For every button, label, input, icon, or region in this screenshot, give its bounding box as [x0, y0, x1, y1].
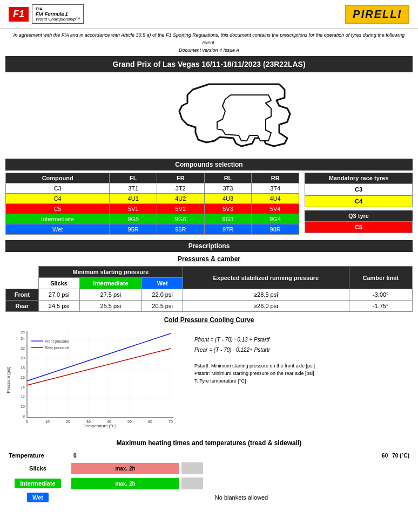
- svg-text:22: 22: [21, 346, 25, 350]
- track-map: [0, 76, 418, 156]
- front-camber: -3.00°: [349, 289, 412, 301]
- formula-front: Pfront = (T - 70) · 0.13 + Pstartf: [194, 337, 413, 343]
- svg-line-38: [27, 349, 171, 385]
- rear-slicks-pressure: 24.5 psi: [38, 301, 79, 312]
- desc-T: T: Tyre temperature [°C]: [194, 378, 413, 384]
- pressures-section: Pressures & camber Minimum starting pres…: [5, 255, 413, 312]
- temp-col-label: Temperature: [5, 450, 70, 461]
- col-fl: FL: [110, 173, 157, 183]
- wet-heat-row: Wet No blankets allowed: [5, 491, 413, 504]
- inter-subheader: Intermediate: [79, 278, 142, 289]
- wet-subheader: Wet: [142, 278, 183, 289]
- slicks-heat-grey: [181, 462, 203, 474]
- table-row: C5 5V15V25V35V4: [6, 204, 299, 214]
- svg-text:Front pressure: Front pressure: [45, 339, 70, 344]
- front-inter-pressure: 27.5 psi: [79, 289, 142, 301]
- svg-text:60: 60: [148, 420, 152, 424]
- compounds-section: Compounds selection Compound FL FR RL RR…: [5, 159, 413, 237]
- slicks-heat-row: Slicks max. 2h: [5, 461, 413, 476]
- svg-text:10: 10: [45, 420, 50, 424]
- f1-fia-logo: F1 FIA FIA Formula 1 World Championship™: [9, 4, 84, 24]
- svg-text:20: 20: [66, 420, 70, 424]
- heating-section: Maximum heating times and temperatures (…: [5, 439, 413, 504]
- svg-text:30: 30: [86, 420, 91, 424]
- svg-text:12: 12: [21, 395, 25, 399]
- compound-c4: C4: [6, 194, 110, 204]
- front-row: Front 27.0 psi 27.5 psi 22.0 psi ≥28.5 p…: [6, 289, 413, 301]
- chart-layout: Pressure [psi] Temperature [°C] 8 10 12 …: [5, 326, 413, 435]
- doc-version: Document version 4 Issue A: [0, 47, 418, 56]
- rear-camber: -1.75°: [349, 301, 412, 312]
- svg-text:16: 16: [21, 376, 25, 379]
- temp-scale-header: 0 60 70 (°C): [70, 450, 413, 461]
- chart-title: Cold Pressure Cooling Curve: [5, 316, 413, 324]
- inter-heat-label: Intermediate: [5, 476, 70, 491]
- svg-text:20: 20: [21, 356, 25, 360]
- svg-text:10: 10: [21, 405, 25, 408]
- mandatory-title: Mandatory race tyres: [305, 173, 413, 183]
- table-row: Intermediate 9G59G69G39G4: [6, 214, 299, 224]
- col-compound: Compound: [6, 173, 110, 183]
- q3-title: Q3 tyre: [305, 210, 413, 221]
- chart-formulas: Pfront = (T - 70) · 0.13 + Pstartf Prear…: [194, 326, 413, 435]
- svg-text:24: 24: [21, 337, 25, 340]
- compound-c5: C5: [6, 204, 110, 214]
- pressures-title: Pressures & camber: [5, 255, 413, 263]
- min-pressure-header: Minimum starting pressure: [38, 267, 183, 278]
- legal-text: In agreement with the FIA and in accorda…: [0, 29, 418, 47]
- temp-70: 70 (°C): [392, 453, 409, 459]
- camber-header: Camber limit: [349, 267, 412, 289]
- compound-c3: C3: [6, 183, 110, 194]
- q3-c5: C5: [305, 221, 413, 233]
- compounds-table: Compound FL FR RL RR C3 3T13T23T33T4 C4 …: [5, 173, 299, 235]
- formula-rear: Prear = (T - 70) · 0.122+ Pstartr: [194, 347, 413, 353]
- col-rl: RL: [204, 173, 252, 183]
- wet-heat-label: Wet: [5, 491, 70, 504]
- compound-wet: Wet: [6, 224, 110, 235]
- rear-expected-pressure: ≥26.0 psi: [183, 301, 349, 312]
- compound-inter: Intermediate: [6, 214, 110, 224]
- prescriptions-header: Prescriptions: [5, 240, 413, 252]
- compounds-layout: Compound FL FR RL RR C3 3T13T23T33T4 C4 …: [5, 170, 413, 237]
- col-fr: FR: [157, 173, 205, 183]
- page-header: F1 FIA FIA Formula 1 World Championship™…: [0, 0, 418, 29]
- front-expected-pressure: ≥28.5 psi: [183, 289, 349, 301]
- expected-header: Expected stabilized running pressure: [183, 267, 349, 289]
- svg-text:40: 40: [107, 420, 111, 424]
- event-title: Grand Prix of Las Vegas 16/11-18/11/2023…: [5, 56, 413, 72]
- compounds-header: Compounds selection: [5, 159, 413, 170]
- svg-text:Temperature [°C]: Temperature [°C]: [84, 424, 117, 428]
- heating-table: Temperature 0 60 70 (°C) Slicks max. 2h: [5, 450, 413, 504]
- desc-pstartf: Pstartf: Minimum starting pressure on th…: [194, 363, 413, 369]
- mandatory-c4: C4: [305, 195, 413, 207]
- temp-60: 60: [79, 453, 390, 459]
- svg-text:26: 26: [21, 330, 25, 334]
- col-rr: RR: [252, 173, 299, 183]
- rear-row: Rear 24.5 psi 25.5 psi 20.5 psi ≥26.0 ps…: [6, 301, 413, 312]
- table-row: Wet 95R96R97R98R: [6, 224, 299, 235]
- f1-badge: F1: [9, 7, 29, 22]
- heating-header: Temperature 0 60 70 (°C): [5, 450, 413, 461]
- pressures-table: Minimum starting pressure Expected stabi…: [5, 266, 413, 312]
- svg-text:8: 8: [23, 414, 25, 418]
- inter-heat-grey: [181, 478, 203, 489]
- svg-text:0: 0: [26, 420, 28, 424]
- svg-text:Pressure [psi]: Pressure [psi]: [6, 367, 11, 393]
- inter-heat-bar-cell: max. 2h: [70, 476, 413, 491]
- front-slicks-pressure: 27.0 psi: [38, 289, 79, 301]
- svg-text:50: 50: [127, 420, 132, 424]
- rear-inter-pressure: 25.5 psi: [79, 301, 142, 312]
- table-row: C4 4U14U24U34U4: [6, 194, 299, 204]
- rear-wet-pressure: 20.5 psi: [142, 301, 183, 312]
- svg-text:70: 70: [168, 420, 173, 424]
- wet-heat-value: No blankets allowed: [70, 491, 413, 504]
- chart-section: Cold Pressure Cooling Curve Pressure [ps…: [5, 316, 413, 435]
- mandatory-c3: C3: [305, 183, 413, 195]
- heating-title: Maximum heating times and temperatures (…: [5, 439, 413, 447]
- rear-label: Rear: [6, 301, 39, 312]
- inter-heat-row: Intermediate max. 2h: [5, 476, 413, 491]
- svg-text:14: 14: [21, 385, 25, 389]
- slicks-heat-label: Slicks: [5, 461, 70, 476]
- mandatory-section: Mandatory race tyres C3 C4 Q3 tyre C5: [305, 173, 413, 235]
- front-wet-pressure: 22.0 psi: [142, 289, 183, 301]
